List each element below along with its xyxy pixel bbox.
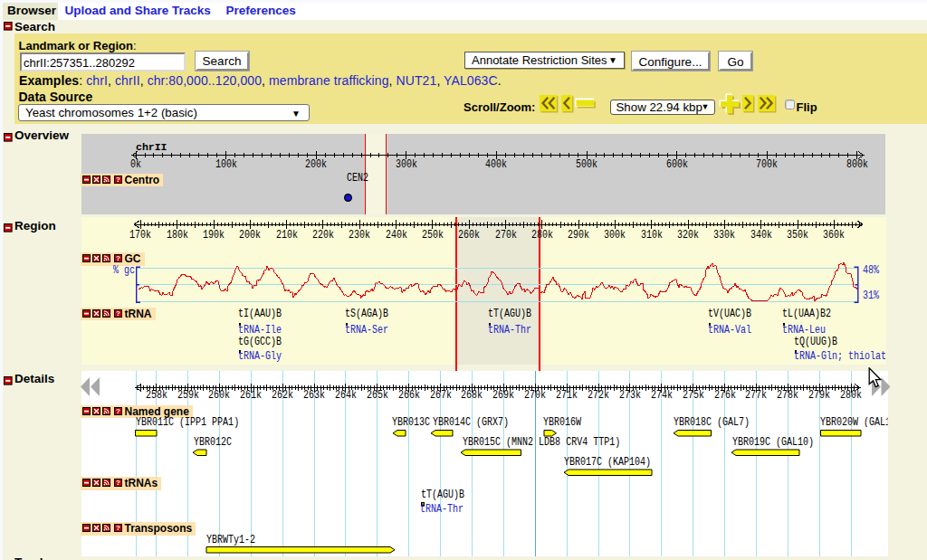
svg-text:?: ?: [116, 479, 120, 487]
svg-text:?: ?: [116, 524, 120, 532]
